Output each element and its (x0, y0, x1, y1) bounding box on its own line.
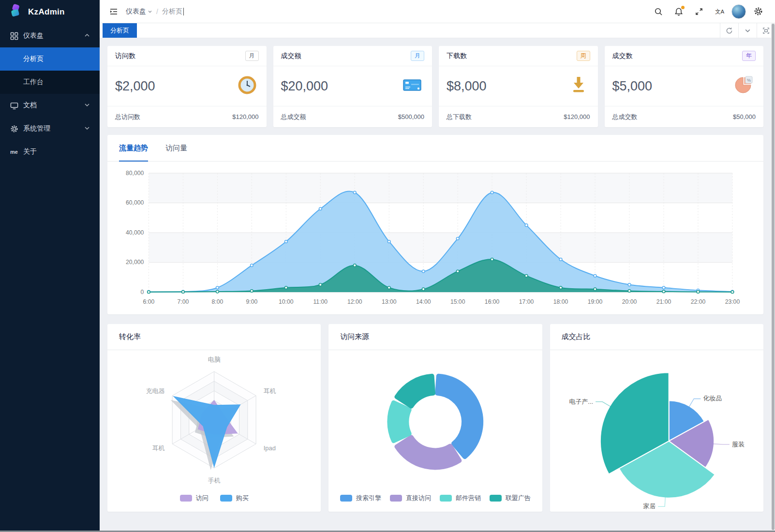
svg-text:40,000: 40,000 (126, 229, 144, 236)
stat-foot-value: $50,000 (733, 113, 756, 120)
page-content: 访问数 月 $2,000 (100, 38, 775, 532)
legend-item[interactable]: 访问 (180, 494, 209, 502)
svg-text:15:00: 15:00 (450, 298, 465, 305)
legend-item[interactable]: 直接访问 (390, 494, 431, 502)
chevron-down-icon[interactable] (738, 23, 757, 38)
svg-text:9:00: 9:00 (246, 298, 257, 305)
legend-swatch (340, 495, 352, 502)
tab-analysis[interactable]: 分析页 (103, 23, 137, 38)
sidebar-item-label: 关于 (23, 148, 90, 156)
monitor-icon (10, 101, 18, 110)
search-icon[interactable] (650, 3, 667, 20)
svg-text:电脑: 电脑 (208, 356, 221, 363)
stat-foot-value: $500,000 (398, 113, 424, 120)
card-title: 成交占比 (550, 324, 763, 350)
stat-foot-value: $120,000 (232, 113, 258, 120)
stat-card-deals: 成交数 年 $5,000 % (605, 46, 764, 127)
legend-item[interactable]: 搜索引擎 (340, 494, 381, 502)
legend-swatch (440, 495, 452, 502)
notification-dot (681, 6, 685, 9)
svg-text:23:00: 23:00 (725, 298, 740, 305)
svg-text:16:00: 16:00 (485, 298, 500, 305)
traffic-trend-card: 流量趋势 访问量 020,00040,00060,00080,0006:007:… (107, 135, 763, 314)
stat-foot-label: 总成交数 (612, 113, 638, 121)
svg-text:化妆品: 化妆品 (703, 395, 722, 402)
stat-card-row: 访问数 月 $2,000 (107, 46, 763, 127)
svg-text:12:00: 12:00 (347, 298, 362, 305)
sidebar: KzAdmin 仪表盘 分析页 工作 (0, 0, 100, 532)
visit-source-card: 访问来源 搜索引擎直接访问邮件营销联盟广告 (328, 324, 542, 512)
vertical-scrollbar[interactable] (771, 23, 775, 531)
sidebar-item-about[interactable]: me 关于 (0, 140, 100, 163)
svg-text:耳机: 耳机 (152, 444, 165, 452)
sidebar-item-analysis[interactable]: 分析页 (0, 47, 100, 71)
conversion-radar-chart: 电脑耳机Ipad手机耳机充电器 (107, 350, 321, 488)
topbar: 仪表盘 / 分析页 (100, 0, 775, 23)
chevron-down-icon (84, 102, 90, 109)
svg-text:14:00: 14:00 (416, 298, 431, 305)
breadcrumb-item-dashboard[interactable]: 仪表盘 (126, 7, 152, 16)
period-badge: 年 (742, 51, 756, 61)
tab-label: 分析页 (110, 26, 129, 35)
stat-card-title: 成交数 (612, 52, 633, 60)
svg-text:0: 0 (140, 289, 144, 296)
stat-foot-value: $120,000 (564, 113, 590, 120)
tab-traffic-trend[interactable]: 流量趋势 (119, 135, 148, 162)
stat-card-value: $2,000 (115, 79, 155, 94)
svg-text:服装: 服装 (732, 441, 745, 448)
stat-card-value: $5,000 (612, 79, 653, 94)
refresh-icon[interactable] (720, 23, 738, 38)
sidebar-submenu-dashboard: 分析页 工作台 (0, 47, 100, 94)
stat-card-title: 访问数 (115, 52, 135, 60)
download-icon (569, 75, 588, 97)
sidebar-item-workbench[interactable]: 工作台 (0, 71, 100, 94)
scrollbar-thumb[interactable] (772, 24, 775, 530)
pie-percent-icon: % (733, 75, 754, 97)
sidebar-item-system[interactable]: 系统管理 (0, 117, 100, 140)
logo-icon (9, 4, 23, 20)
traffic-trend-chart: 020,00040,00060,00080,0006:007:008:009:0… (107, 162, 763, 314)
svg-text:耳机: 耳机 (264, 387, 276, 395)
svg-text:8:00: 8:00 (212, 298, 224, 305)
stat-card-title: 成交额 (281, 52, 301, 60)
card-title: 转化率 (107, 324, 321, 350)
legend-label: 邮件营销 (456, 494, 481, 502)
bell-icon[interactable] (671, 3, 687, 20)
translate-icon[interactable]: 文A (711, 3, 728, 20)
app-root: KzAdmin 仪表盘 分析页 工作 (0, 0, 775, 532)
menu-fold-icon[interactable] (105, 3, 122, 20)
stat-card-turnover: 成交额 月 $20,000 (273, 46, 432, 127)
avatar[interactable] (731, 4, 746, 19)
legend-label: 购买 (236, 494, 249, 502)
legend-label: 搜索引擎 (356, 494, 381, 502)
legend-swatch (490, 495, 502, 502)
svg-text:17:00: 17:00 (519, 298, 534, 305)
trend-tabs: 流量趋势 访问量 (107, 135, 763, 162)
card-title: 访问来源 (328, 324, 542, 350)
dashboard-icon (10, 31, 18, 40)
svg-text:Ipad: Ipad (264, 444, 276, 452)
svg-text:60,000: 60,000 (126, 200, 144, 207)
svg-text:10:00: 10:00 (279, 298, 294, 305)
sidebar-item-docs[interactable]: 文档 (0, 94, 100, 117)
stat-card-downloads: 下载数 周 $8,000 (439, 46, 598, 127)
me-icon: me (10, 148, 18, 156)
chevron-down-icon (148, 9, 152, 14)
svg-text:7:00: 7:00 (178, 298, 189, 305)
sidebar-item-label: 分析页 (23, 55, 44, 63)
svg-text:充电器: 充电器 (146, 387, 165, 395)
app-logo[interactable]: KzAdmin (0, 0, 100, 24)
sidebar-item-dashboard[interactable]: 仪表盘 (0, 24, 100, 47)
bottom-card-row: 转化率 电脑耳机Ipad手机耳机充电器 访问购买 访问来源 搜索引擎直接访问邮件… (107, 324, 763, 512)
legend-item[interactable]: 购买 (220, 494, 249, 502)
svg-text:文A: 文A (715, 9, 724, 15)
legend-item[interactable]: 联盟广告 (490, 494, 531, 502)
fullscreen-icon[interactable] (691, 3, 707, 20)
legend-item[interactable]: 邮件营销 (440, 494, 481, 502)
clock-icon (238, 75, 257, 97)
settings-icon[interactable] (750, 3, 766, 20)
svg-text:家居: 家居 (643, 502, 656, 510)
tab-visit-volume[interactable]: 访问量 (165, 135, 187, 162)
svg-text:%: % (747, 78, 751, 83)
period-badge: 周 (577, 51, 590, 61)
